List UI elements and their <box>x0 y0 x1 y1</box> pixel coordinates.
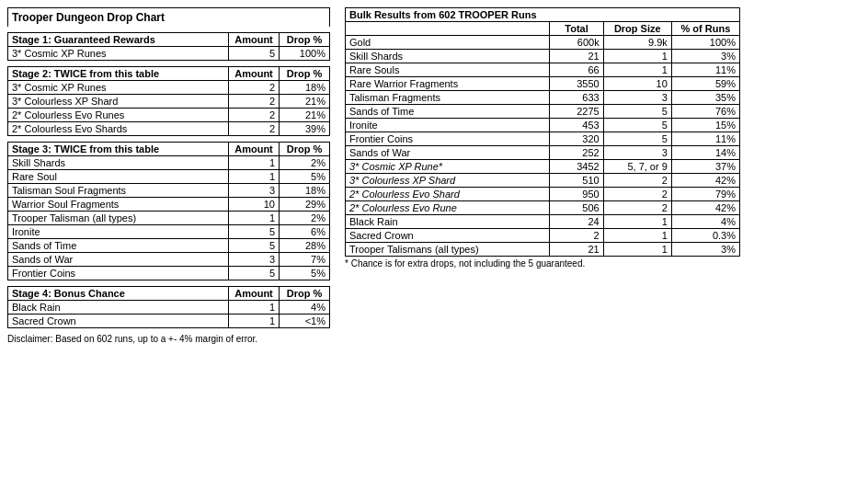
row-total: 3452 <box>550 160 603 174</box>
right-table: Bulk Results from 602 TROOPER Runs Total… <box>345 7 740 257</box>
row-name: Trooper Talismans (all types) <box>346 243 550 257</box>
row-drop: 6% <box>280 225 330 239</box>
row-name: 2* Colourless Evo Rune <box>346 201 550 215</box>
row-amount: 3 <box>229 184 280 198</box>
table-row: 2* Colourless Evo Shard 950 2 79% <box>346 188 740 201</box>
table-row: Trooper Talismans (all types) 21 1 3% <box>346 243 740 257</box>
row-amount: 3 <box>229 253 280 267</box>
row-name: Rare Warrior Fragments <box>346 77 550 91</box>
stage2-section: Stage 2: TWICE from this table Amount Dr… <box>7 66 330 136</box>
table-row: Black Rain 1 4% <box>8 301 330 315</box>
row-name: 2* Colourless Evo Shards <box>8 122 229 136</box>
row-total: 24 <box>550 215 603 229</box>
row-amount: 2 <box>229 122 280 136</box>
row-total: 950 <box>550 188 603 201</box>
row-name: Sacred Crown <box>8 315 229 328</box>
stage2-header-row: Stage 2: TWICE from this table Amount Dr… <box>8 67 330 81</box>
row-amount: 5 <box>229 267 280 280</box>
row-drop: 21% <box>280 95 330 109</box>
row-amount: 1 <box>229 301 280 315</box>
row-total: 21 <box>550 243 603 257</box>
row-total: 2275 <box>550 105 603 119</box>
row-drop: 28% <box>280 239 330 253</box>
row-drop: 4% <box>280 301 330 315</box>
row-pct: 35% <box>671 91 739 105</box>
row-dropsize: 2 <box>603 188 671 201</box>
row-pct: 3% <box>671 243 739 257</box>
row-name: Frontier Coins <box>346 132 550 146</box>
table-row: Sands of War 3 7% <box>8 253 330 267</box>
row-pct: 37% <box>671 160 739 174</box>
row-dropsize: 2 <box>603 174 671 188</box>
row-dropsize: 10 <box>603 77 671 91</box>
row-drop: 7% <box>280 253 330 267</box>
right-header-row: Total Drop Size % of Runs <box>346 22 740 36</box>
stage3-table: Stage 3: TWICE from this table Amount Dr… <box>7 142 330 280</box>
stage2-amount-header: Amount <box>229 67 280 81</box>
row-name: Frontier Coins <box>8 267 229 280</box>
stage1-header-row: Stage 1: Guaranteed Rewards Amount Drop … <box>8 33 330 47</box>
table-row: Frontier Coins 320 5 11% <box>346 132 740 146</box>
row-name: Talisman Soul Fragments <box>8 184 229 198</box>
row-drop: 21% <box>280 109 330 122</box>
row-name: Sands of War <box>8 253 229 267</box>
stage2-title: Stage 2: TWICE from this table <box>8 67 229 81</box>
row-total: 66 <box>550 63 603 77</box>
table-row: Black Rain 24 1 4% <box>346 215 740 229</box>
row-pct: 11% <box>671 132 739 146</box>
row-name: Sands of Time <box>346 105 550 119</box>
row-amount: 5 <box>229 225 280 239</box>
row-dropsize: 9.9k <box>603 36 671 50</box>
row-total: 633 <box>550 91 603 105</box>
row-dropsize: 5 <box>603 132 671 146</box>
row-drop: 5% <box>280 267 330 280</box>
row-drop: <1% <box>280 315 330 328</box>
row-amount: 2 <box>229 81 280 95</box>
row-amount: 1 <box>229 315 280 328</box>
row-dropsize: 5 <box>603 105 671 119</box>
table-row: Skill Shards 1 2% <box>8 156 330 170</box>
row-amount: 5 <box>229 239 280 253</box>
table-row: Gold 600k 9.9k 100% <box>346 36 740 50</box>
row-name: Sands of Time <box>8 239 229 253</box>
table-row: Ironite 453 5 15% <box>346 119 740 132</box>
row-drop: 39% <box>280 122 330 136</box>
row-amount: 10 <box>229 198 280 212</box>
table-row: Sands of War 252 3 14% <box>346 146 740 160</box>
row-drop: 29% <box>280 198 330 212</box>
stage4-drop-header: Drop % <box>280 287 330 301</box>
row-amount: 1 <box>229 170 280 184</box>
main-title: Trooper Dungeon Drop Chart <box>7 7 330 27</box>
right-title-row: Bulk Results from 602 TROOPER Runs <box>346 8 740 22</box>
row-drop: 18% <box>280 81 330 95</box>
row-name: Black Rain <box>8 301 229 315</box>
stage1-table: Stage 1: Guaranteed Rewards Amount Drop … <box>7 32 330 61</box>
row-pct: 42% <box>671 174 739 188</box>
table-row: Warrior Soul Fragments 10 29% <box>8 198 330 212</box>
row-total: 320 <box>550 132 603 146</box>
stage3-title: Stage 3: TWICE from this table <box>8 143 229 156</box>
row-drop: 5% <box>280 170 330 184</box>
table-row: Sands of Time 5 28% <box>8 239 330 253</box>
row-name: Trooper Talisman (all types) <box>8 212 229 225</box>
row-dropsize: 1 <box>603 243 671 257</box>
row-total: 510 <box>550 174 603 188</box>
row-total: 3550 <box>550 77 603 91</box>
table-row: Rare Soul 1 5% <box>8 170 330 184</box>
row-name: Skill Shards <box>346 50 550 63</box>
table-row: 3* Colourless XP Shard 510 2 42% <box>346 174 740 188</box>
stage1-amount-header: Amount <box>229 33 280 47</box>
table-row: Ironite 5 6% <box>8 225 330 239</box>
row-pct: 0.3% <box>671 229 739 243</box>
stage4-amount-header: Amount <box>229 287 280 301</box>
row-pct: 100% <box>671 36 739 50</box>
row-name: Warrior Soul Fragments <box>8 198 229 212</box>
stage1-drop-header: Drop % <box>280 33 330 47</box>
row-dropsize: 1 <box>603 229 671 243</box>
row-amount: 1 <box>229 212 280 225</box>
row-name: Black Rain <box>346 215 550 229</box>
row-name: 3* Cosmic XP Runes <box>8 81 229 95</box>
right-col-pct: % of Runs <box>671 22 739 36</box>
table-row: 3* Cosmic XP Runes 5 100% <box>8 47 330 61</box>
stage3-amount-header: Amount <box>229 143 280 156</box>
